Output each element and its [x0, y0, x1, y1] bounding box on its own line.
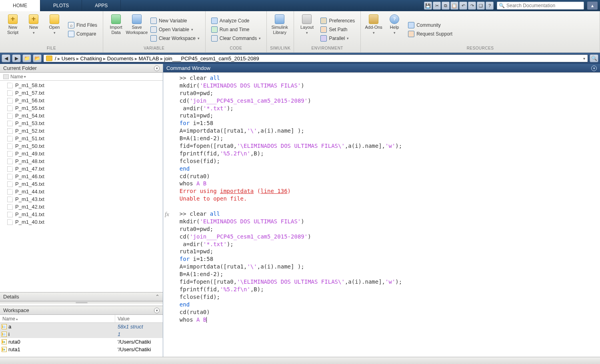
find-files-button[interactable]: Find Files — [66, 21, 100, 30]
file-item[interactable]: P_m1_57.txt — [0, 89, 163, 97]
current-folder-list[interactable]: P_m1_58.txtP_m1_57.txtP_m1_56.txtP_m1_55… — [0, 81, 163, 292]
qa-help-icon[interactable]: ? — [486, 2, 494, 10]
workspace-panel: Workspace ▾ Name ▴ Value a58x1 structi1r… — [0, 306, 163, 357]
file-item[interactable]: P_m1_44.txt — [0, 188, 163, 195]
run-and-time-button[interactable]: Run and Time — [209, 25, 263, 34]
file-item[interactable]: P_m1_47.txt — [0, 165, 163, 173]
open-button[interactable]: Open — [45, 13, 64, 46]
clear-workspace-button[interactable]: Clear Workspace — [148, 34, 202, 43]
search-documentation-input[interactable] — [506, 3, 582, 8]
import-data-icon — [111, 14, 121, 24]
file-item[interactable]: P_m1_55.txt — [0, 104, 163, 112]
breadcrumb-segment[interactable]: MATLAB — [139, 56, 159, 62]
help-button[interactable]: Help — [385, 13, 404, 46]
qa-undo-icon[interactable]: ↶ — [459, 2, 467, 10]
run-and-time-icon — [211, 26, 218, 33]
back-button[interactable]: ◀ — [2, 54, 10, 62]
command-window-title[interactable]: Command Window ▾ — [163, 64, 600, 73]
addons-button[interactable]: Add-Ons — [364, 13, 383, 46]
file-item[interactable]: P_m1_43.txt — [0, 195, 163, 203]
fx-prompt-icon: fx — [165, 210, 169, 218]
request-support-icon — [408, 31, 414, 37]
forward-button[interactable]: ▶ — [12, 54, 21, 62]
workspace-row[interactable]: ruta1'/Users/Chatiki — [0, 346, 163, 353]
parallel-button[interactable]: Parallel — [318, 34, 357, 43]
file-item[interactable]: P_m1_45.txt — [0, 180, 163, 188]
new-variable-button[interactable]: New Variable — [148, 16, 202, 25]
set-path-button[interactable]: Set Path — [318, 25, 357, 34]
parallel-icon — [320, 35, 327, 42]
preferences-button[interactable]: Preferences — [318, 16, 357, 25]
breadcrumb[interactable]: /▸Users▸Chatiking▸Documents▸MATLAB▸join_… — [43, 54, 588, 62]
breadcrumb-separator-icon: ▸ — [58, 56, 60, 62]
workspace-title[interactable]: Workspace ▾ — [0, 306, 163, 315]
new-button[interactable]: New — [24, 13, 43, 46]
variable-value: '/Users/Chatiki — [115, 346, 163, 353]
current-folder-title[interactable]: Current Folder ▾ — [0, 64, 163, 73]
breadcrumb-segment[interactable]: / — [55, 56, 56, 62]
workspace-header[interactable]: Name ▴ Value — [0, 315, 163, 323]
tab-apps[interactable]: APPS — [82, 0, 121, 11]
file-item[interactable]: P_m1_50.txt — [0, 142, 163, 150]
import-data-button[interactable]: Import Data — [106, 13, 126, 46]
file-item[interactable]: P_m1_52.txt — [0, 127, 163, 135]
variable-name: a — [8, 324, 11, 330]
save-workspace-button[interactable]: Save Workspace — [127, 13, 146, 46]
command-window-body[interactable]: >> clear all mkdir('ELIMINADOS DOS ULTIM… — [163, 73, 600, 357]
community-button[interactable]: Community — [406, 21, 455, 30]
request-support-button[interactable]: Request Support — [406, 30, 455, 38]
file-type-icon — [3, 74, 9, 79]
ribbon-tab-bar: HOME PLOTS APPS 💾 ✂ ⧉ 📋 ↶ ↷ ❏ ? 🔍 ▴ — [0, 0, 600, 11]
file-item[interactable]: P_m1_40.txt — [0, 218, 163, 226]
open-variable-button[interactable]: Open Variable — [148, 25, 202, 34]
file-item[interactable]: P_m1_46.txt — [0, 173, 163, 180]
workspace-list[interactable]: a58x1 structi1ruta0'/Users/Chatikiruta1'… — [0, 323, 163, 357]
minimize-toolstrip-icon[interactable]: ▴ — [587, 2, 598, 10]
breadcrumb-segment[interactable]: Chatiking — [80, 56, 102, 62]
simulink-library-button[interactable]: Simulink Library — [270, 13, 289, 46]
breadcrumb-segment[interactable]: Users — [62, 56, 75, 62]
details-resize-handle[interactable] — [0, 301, 163, 304]
file-item[interactable]: P_m1_56.txt — [0, 97, 163, 104]
layout-button[interactable]: Layout — [297, 13, 316, 46]
details-title[interactable]: Details ⌃ — [0, 292, 163, 301]
file-item[interactable]: P_m1_54.txt — [0, 112, 163, 119]
analyze-code-button[interactable]: Analyze Code — [209, 16, 263, 25]
text-file-icon — [7, 197, 13, 202]
file-item[interactable]: P_m1_51.txt — [0, 135, 163, 142]
file-item[interactable]: P_m1_49.txt — [0, 150, 163, 157]
file-name: P_m1_53.txt — [15, 120, 44, 126]
qa-redo-icon[interactable]: ↷ — [468, 2, 476, 10]
file-name: P_m1_45.txt — [15, 181, 44, 187]
compare-button[interactable]: Compare — [66, 30, 100, 38]
browse-folder-button[interactable]: 📂 — [33, 54, 42, 62]
tab-home[interactable]: HOME — [0, 0, 40, 11]
panel-menu-icon[interactable]: ▾ — [154, 66, 160, 71]
browse-search-button[interactable]: 🔍 — [590, 54, 598, 62]
panel-menu-icon[interactable]: ▾ — [591, 66, 597, 71]
qa-paste-icon[interactable]: 📋 — [450, 2, 458, 10]
qa-cut-icon[interactable]: ✂ — [433, 2, 441, 10]
workspace-row[interactable]: a58x1 struct — [0, 323, 163, 330]
qa-switch-windows-icon[interactable]: ❏ — [477, 2, 485, 10]
search-documentation[interactable]: 🔍 — [497, 2, 584, 10]
workspace-row[interactable]: i1 — [0, 330, 163, 338]
file-item[interactable]: P_m1_42.txt — [0, 203, 163, 211]
clear-commands-button[interactable]: Clear Commands — [209, 34, 263, 43]
file-item[interactable]: P_m1_53.txt — [0, 119, 163, 127]
current-folder-header[interactable]: Name▾ — [0, 73, 163, 81]
file-item[interactable]: P_m1_41.txt — [0, 211, 163, 218]
tab-plots[interactable]: PLOTS — [40, 0, 82, 11]
file-item[interactable]: P_m1_48.txt — [0, 157, 163, 165]
qa-copy-icon[interactable]: ⧉ — [442, 2, 450, 10]
file-item[interactable]: P_m1_58.txt — [0, 82, 163, 89]
panel-menu-icon[interactable]: ▾ — [154, 308, 160, 313]
breadcrumb-segment[interactable]: join___PCP45_cesm1_cam5_2015-2089 — [164, 56, 259, 62]
breadcrumb-segment[interactable]: Documents — [107, 56, 134, 62]
new-script-button[interactable]: New Script — [3, 13, 22, 46]
workspace-row[interactable]: ruta0'/Users/Chatiki — [0, 338, 163, 346]
qa-save-icon[interactable]: 💾 — [424, 2, 432, 10]
toolstrip: New Script New Open Find Files Compare F… — [0, 11, 600, 53]
breadcrumb-separator-icon: ▸ — [103, 56, 106, 62]
up-folder-button[interactable]: 📁 — [22, 54, 31, 62]
